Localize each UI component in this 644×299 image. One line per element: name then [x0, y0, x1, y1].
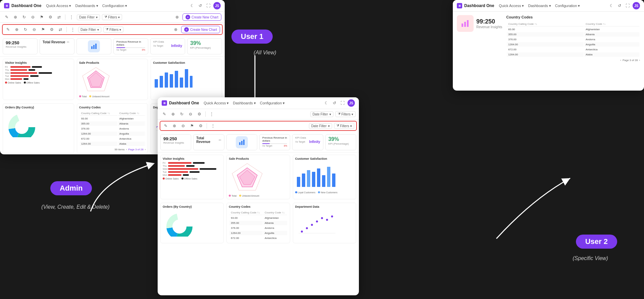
- u1-nav-config[interactable]: Configuration ▾: [555, 4, 580, 8]
- svg-rect-13: [190, 76, 193, 88]
- svg-point-39: [306, 227, 308, 229]
- visitor-title: Visitor Insights: [5, 61, 72, 64]
- c-refresh-icon[interactable]: ↺: [331, 100, 337, 106]
- edit-icon-h[interactable]: ✎: [5, 26, 11, 33]
- c-date-filter-label: Date Filter: [313, 112, 328, 116]
- c-date-filter[interactable]: Date Filter ▾: [310, 111, 333, 117]
- c-country-codes-widget: Country Codes Country Calling Code ↑↓ Co…: [226, 203, 290, 243]
- c-visitor-chart: Fri Thu Wed Tue Mon: [163, 162, 221, 176]
- filters-h[interactable]: ⧩ Filters ▾: [103, 27, 123, 33]
- swap-icon[interactable]: ⇄: [56, 14, 62, 20]
- c-fullscreen-icon[interactable]: ⛶: [339, 100, 345, 106]
- pencil-icon[interactable]: ✏: [67, 40, 69, 44]
- date-filter-h[interactable]: Date Filter ▾: [78, 27, 101, 33]
- fullscreen-icon[interactable]: ⛶: [205, 3, 211, 9]
- edit-icon[interactable]: ✎: [3, 14, 10, 20]
- c-kpi-5: KPI Data Vs Target Infinity: [292, 134, 323, 150]
- swap-icon-h[interactable]: ⇄: [57, 26, 64, 33]
- refresh-icon[interactable]: ↺: [197, 3, 203, 9]
- u1-moon-icon[interactable]: ☾: [608, 3, 614, 9]
- minus-icon[interactable]: ⊖: [30, 14, 36, 20]
- legend-total: Total: [79, 95, 87, 98]
- c-more-icon[interactable]: ⋮: [208, 111, 215, 117]
- ch-edit[interactable]: ✎: [162, 122, 169, 129]
- c-refresh-icon[interactable]: ↻: [178, 111, 185, 117]
- center-topbar-icons: ☾ ↺ ⛶ JS: [323, 99, 355, 107]
- c-bar-thu: Thu: [163, 165, 221, 167]
- c-nav-config[interactable]: Configuration ▾: [260, 101, 285, 105]
- admin-label-text: Admin: [60, 184, 83, 192]
- minus-icon-h[interactable]: ⊖: [31, 26, 38, 33]
- kpi-prev-revenue: Previous Revenue in dollars Vs Target 8%: [113, 38, 148, 54]
- svg-rect-18: [462, 23, 463, 27]
- more-icon-h[interactable]: ⋮: [69, 26, 76, 33]
- c-kpi-data-label: KPI Data: [295, 136, 320, 139]
- bar-chart-icon: [91, 43, 97, 50]
- user1-avatar[interactable]: JS: [633, 2, 640, 9]
- create-new-chart-btn-h[interactable]: + Create New Chart: [181, 26, 220, 33]
- user1-label-text: User 1: [241, 32, 263, 41]
- plus-icon[interactable]: ⊕: [12, 14, 19, 20]
- moon-icon[interactable]: ☾: [189, 3, 195, 9]
- c-nav-qa[interactable]: Quick Access ▾: [204, 101, 229, 105]
- ch-date-filter[interactable]: Date Filter ▾: [309, 123, 332, 129]
- refresh-icon2[interactable]: ↻: [21, 14, 28, 20]
- c-minus-icon[interactable]: ⊖: [187, 111, 194, 117]
- u1-nav-qa[interactable]: Quick Access ▾: [499, 4, 524, 8]
- pin-icon-h[interactable]: ⊗: [172, 26, 179, 33]
- center-title: Dashboard One: [169, 101, 199, 105]
- bookmark-icon-h[interactable]: ⚑: [40, 26, 46, 33]
- c-nav-dash[interactable]: Dashboards ▾: [233, 101, 256, 105]
- user1-role-label: User 1: [231, 30, 273, 44]
- center-kpi-row: 99:250 Revenue Insights Total Revenue ✏ …: [158, 132, 359, 153]
- page-prev[interactable]: ‹: [126, 148, 127, 151]
- u1-nav-dash[interactable]: Dashboards ▾: [528, 4, 551, 8]
- filters-normal[interactable]: ⧩ Filters ▾: [102, 14, 122, 20]
- c-pencil-icon[interactable]: ✏: [219, 138, 221, 142]
- c-plus-icon[interactable]: ⊕: [170, 111, 176, 117]
- u1-fullscreen-icon[interactable]: ⛶: [625, 3, 631, 9]
- create-new-chart-btn[interactable]: + Create New Chart: [182, 13, 221, 21]
- c-legend-untaxed: Untaxed Amount: [239, 195, 259, 197]
- svg-point-38: [301, 231, 303, 233]
- nav-configuration[interactable]: Configuration ▾: [102, 4, 127, 8]
- page-next[interactable]: ›: [145, 148, 146, 151]
- table-body: 93.00Afghanistan 355.00Albania 376.00And…: [80, 116, 145, 146]
- pin-icon[interactable]: ⊗: [174, 14, 180, 20]
- vs-target: Vs Target: [116, 49, 126, 51]
- c-sep: [205, 111, 206, 117]
- nav-dashboards[interactable]: Dashboards ▾: [75, 4, 98, 8]
- country-codes-widget: Country Codes Country Calling Code ↑↓ Co…: [77, 103, 148, 153]
- u1-page-prev[interactable]: ‹: [620, 59, 621, 62]
- c-filters[interactable]: ⧩ Filters ▾: [335, 111, 356, 117]
- ch-plus[interactable]: ⊕: [171, 122, 178, 129]
- date-filter-normal[interactable]: Date Filter ▾: [77, 14, 100, 20]
- c-settings-icon[interactable]: ⚙: [196, 111, 203, 117]
- visitor-legend: Online Sales Offline Sales: [5, 82, 72, 84]
- nav-quick-access[interactable]: Quick Access ▾: [46, 4, 71, 8]
- settings-icon2[interactable]: ⚙: [47, 14, 54, 20]
- c-bar-chart-sat: [295, 162, 339, 189]
- admin-avatar[interactable]: JS: [213, 2, 221, 9]
- ch-minus[interactable]: ⊖: [180, 122, 186, 129]
- admin-topbar-icons: ☾ ↺ ⛶ JS: [189, 2, 221, 9]
- c-moon-icon[interactable]: ☾: [323, 100, 329, 106]
- date-filter-label-h: Date Filter: [80, 28, 96, 32]
- bookmark-icon[interactable]: ⚑: [38, 14, 45, 20]
- u1-refresh-icon[interactable]: ↺: [616, 3, 623, 9]
- c-edit-icon[interactable]: ✎: [161, 111, 168, 117]
- ch-more[interactable]: ⋮: [210, 122, 216, 129]
- customer-satisfaction-widget: Customer Satisfaction: [151, 59, 222, 100]
- u1-page-next[interactable]: ›: [639, 59, 640, 62]
- center-avatar[interactable]: JS: [347, 99, 355, 107]
- refresh-icon-h[interactable]: ↻: [22, 26, 29, 33]
- settings-icon-h[interactable]: ⚙: [48, 26, 55, 33]
- ch-filters[interactable]: ⧩ Filters ▾: [334, 123, 354, 129]
- table-row: 93.00Afghanistan: [229, 216, 287, 220]
- more-icon[interactable]: ⋮: [68, 14, 75, 20]
- products-title: Sale Products: [79, 61, 146, 64]
- c-percent-val: 39%: [328, 136, 353, 142]
- ch-settings[interactable]: ⚙: [197, 122, 204, 129]
- ch-bookmark[interactable]: ⚑: [189, 122, 195, 129]
- plus-icon-h[interactable]: ⊕: [13, 26, 20, 33]
